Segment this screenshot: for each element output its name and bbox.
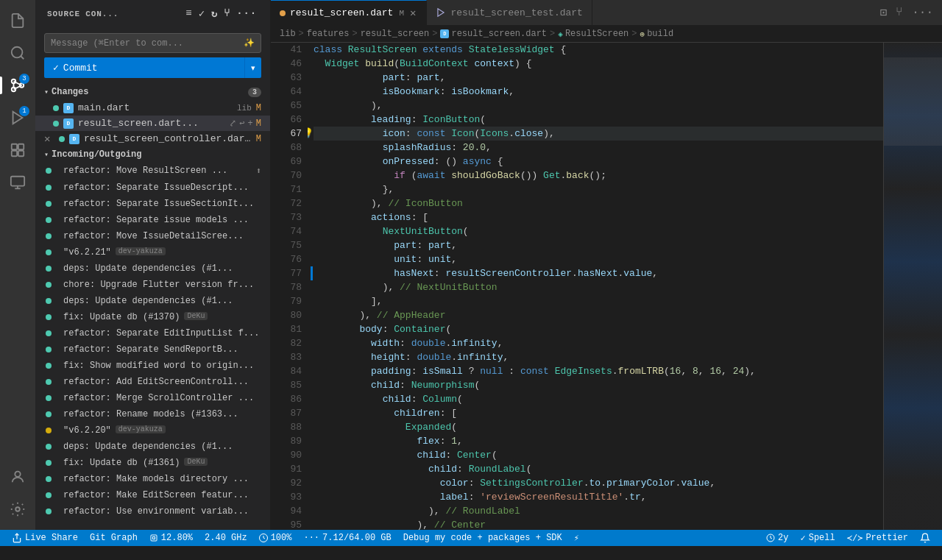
- freq-status[interactable]: 2.40 GHz: [199, 530, 253, 546]
- extensions-activity-icon[interactable]: [3, 135, 32, 165]
- search-activity-icon[interactable]: [3, 38, 32, 68]
- ln-78: 78: [274, 280, 302, 294]
- remote-activity-icon[interactable]: [3, 168, 32, 197]
- tab-result-screen[interactable]: result_screen.dart M ✕: [271, 0, 427, 25]
- notifications-status[interactable]: [914, 533, 936, 543]
- refresh-icon[interactable]: ↻: [210, 6, 219, 21]
- tab-close-result[interactable]: ✕: [408, 7, 417, 19]
- code-line-73: actions: [: [314, 210, 883, 224]
- settings-icon[interactable]: [3, 495, 32, 524]
- commit-v620[interactable]: "v6.2.20" dev-yakuza: [35, 422, 270, 439]
- prettier-status[interactable]: ≺/≻ Prettier: [841, 533, 914, 544]
- git-graph-button[interactable]: Git Graph: [84, 530, 144, 546]
- code-line-75: part: part,: [314, 238, 883, 252]
- sep-2: >: [352, 29, 357, 39]
- list-icon[interactable]: ≡: [184, 6, 194, 21]
- commit-fix-db-1370[interactable]: fix: Update db (#1370) DeKu: [35, 309, 270, 325]
- breadcrumb-lib[interactable]: lib: [280, 29, 296, 39]
- breadcrumb-file-icon: D: [440, 29, 449, 38]
- commit-dropdown-button[interactable]: ▾: [244, 57, 261, 78]
- branch-icon[interactable]: ⑂: [222, 6, 232, 21]
- activity-bottom: [3, 462, 32, 524]
- open-changes-icon[interactable]: ⤤: [229, 118, 236, 129]
- sidebar-title: SOURCE CON...: [47, 10, 118, 18]
- commit-separate-models[interactable]: refactor: Separate issue models ...: [35, 212, 270, 228]
- code-line-71: },: [314, 182, 883, 196]
- code-line-79: ],: [314, 294, 883, 308]
- breadcrumb-result-screen-folder[interactable]: result_screen: [361, 29, 430, 39]
- lightbulb-icon[interactable]: 💡: [308, 127, 314, 141]
- lines-icon: [766, 534, 775, 542]
- commit-rename-models[interactable]: refactor: Rename models (#1363...: [35, 406, 270, 422]
- file-item-main-dart[interactable]: D main.dart lib M: [35, 100, 270, 116]
- ln-73: 73: [274, 210, 302, 224]
- commit-tag-9: DeKu: [184, 312, 208, 320]
- code-line-46: Widget build(BuildContext context) {: [314, 57, 883, 71]
- svg-marker-18: [438, 9, 444, 17]
- code-line-83: height: double.infinity,: [314, 350, 883, 364]
- explorer-icon[interactable]: [3, 6, 32, 35]
- commit-text-8: deps: Update dependencies (#1...: [56, 296, 261, 306]
- minimap-slider[interactable]: [884, 57, 942, 146]
- incoming-outgoing-header[interactable]: ▾ Incoming/Outgoing: [35, 146, 270, 163]
- source-control-tab-icon[interactable]: ⑂: [893, 3, 906, 22]
- commit-dot-13: [46, 379, 52, 385]
- cpu-icon: [149, 534, 158, 542]
- memory-status[interactable]: ··· 7.12/64.00 GB: [297, 530, 397, 546]
- code-line-63: part: part,: [314, 71, 883, 85]
- commit-make-edit[interactable]: refactor: Make EditScreen featur...: [35, 487, 270, 503]
- breadcrumb-file-item[interactable]: D result_screen.dart: [440, 29, 547, 39]
- commit-separate-section[interactable]: refactor: Separate IssueSectionIt...: [35, 196, 270, 212]
- file-item-controller[interactable]: ✕ D result_screen_controller.dar... M: [35, 131, 270, 146]
- tab-result-screen-test[interactable]: result_screen_test.dart: [427, 0, 592, 25]
- commit-text-20: refactor: Make EditScreen featur...: [56, 490, 261, 500]
- commit-deps-1[interactable]: deps: Update dependencies (#1...: [35, 260, 270, 277]
- split-editor-icon[interactable]: ⊡: [877, 2, 890, 23]
- code-line-64: isBookmark: isBookmark,: [314, 85, 883, 99]
- commit-deps-3[interactable]: deps: Update dependencies (#1...: [35, 439, 270, 455]
- commit-deps-2[interactable]: deps: Update dependencies (#1...: [35, 293, 270, 309]
- file-item-result-screen[interactable]: D result_screen.dart... ⤤ ↩ + M: [35, 116, 270, 131]
- more-tab-icon[interactable]: ···: [909, 3, 936, 22]
- code-line-85: child: Neumorphism(: [314, 378, 883, 392]
- lightning-status[interactable]: ⚡: [568, 530, 585, 546]
- lines-status[interactable]: 2y: [760, 533, 794, 543]
- breadcrumb-class-name: ResultScreen: [565, 29, 628, 39]
- breadcrumb-features[interactable]: features: [307, 29, 350, 39]
- breadcrumb-method-item[interactable]: ⊕ build: [640, 29, 674, 39]
- check-spell-status[interactable]: ✓ Spell: [794, 533, 840, 544]
- code-content[interactable]: class ResultScreen extends StatelessWidg…: [308, 43, 883, 530]
- more-icon[interactable]: ···: [235, 6, 258, 21]
- commit-dot-16: [46, 428, 52, 433]
- commit-chore-flutter[interactable]: chore: Upgrade Flutter version fr...: [35, 277, 270, 293]
- check-icon[interactable]: ✓: [197, 6, 207, 21]
- liveshare-button[interactable]: Live Share: [6, 530, 84, 546]
- close-controller-icon[interactable]: ✕: [44, 132, 50, 145]
- power-status[interactable]: 100%: [253, 530, 298, 546]
- account-icon[interactable]: [3, 462, 32, 492]
- run-activity-icon[interactable]: 1: [3, 103, 32, 132]
- file-marker-result: M: [256, 118, 261, 129]
- commit-add-edit-ctrl[interactable]: refactor: Add EditScreenControll...: [35, 374, 270, 390]
- cpu-status[interactable]: 12.80%: [144, 530, 199, 546]
- discard-icon[interactable]: ↩: [239, 118, 244, 129]
- commit-v621[interactable]: "v6.2.21" dev-yakuza: [35, 244, 270, 260]
- changes-section-header[interactable]: ▾ Changes 3: [35, 84, 270, 100]
- commit-fix-db-1361[interactable]: fix: Update db (#1361) DeKu: [35, 455, 270, 471]
- commit-separate-issue[interactable]: refactor: Separate IssueDescript...: [35, 180, 270, 196]
- commit-text-1: refactor: Separate IssueDescript...: [56, 182, 261, 193]
- commit-send-report[interactable]: refactor: Separate SendReportB...: [35, 341, 270, 358]
- commit-show-modified[interactable]: fix: Show modified word to origin...: [35, 358, 270, 374]
- commit-use-env[interactable]: refactor: Use environment variab...: [35, 503, 270, 520]
- commit-merge-scroll[interactable]: refactor: Merge ScrollController ...: [35, 390, 270, 406]
- commit-button[interactable]: ✓ Commit: [44, 57, 244, 78]
- breadcrumb-class-item[interactable]: ◈ ResultScreen: [558, 29, 628, 39]
- message-input-field[interactable]: Message (⌘Enter to com... ✨: [44, 33, 261, 53]
- source-control-activity-icon[interactable]: 3: [3, 71, 32, 100]
- commit-move-result[interactable]: refactor: Move ResultScreen ... ⬆: [35, 163, 270, 180]
- commit-edit-input[interactable]: refactor: Separate EditInputList f...: [35, 325, 270, 341]
- commit-move-issue[interactable]: refactor: Move IssueDetailScree...: [35, 228, 270, 244]
- debug-status[interactable]: Debug my code + packages + SDK: [397, 530, 568, 546]
- commit-make-models[interactable]: refactor: Make models directory ...: [35, 471, 270, 487]
- stage-icon[interactable]: +: [248, 118, 253, 129]
